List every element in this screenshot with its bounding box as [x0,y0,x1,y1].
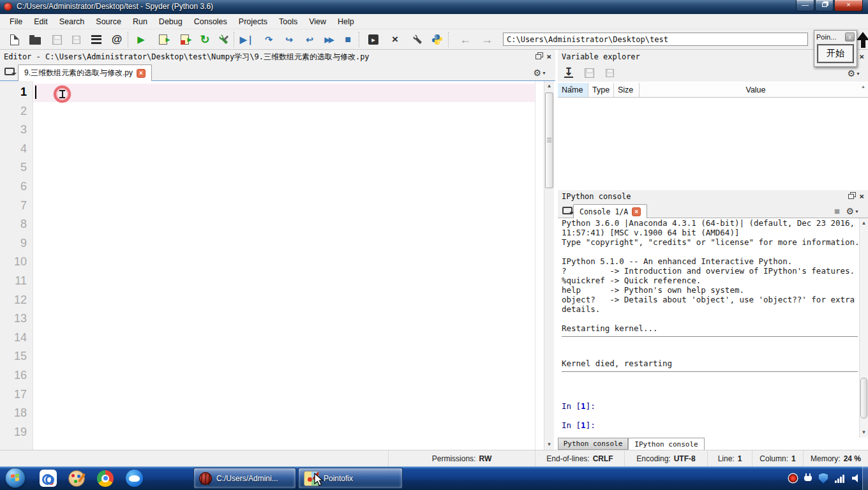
close-pane-icon[interactable]: × [546,54,551,60]
save-data-button[interactable] [581,65,597,80]
tab-python-console[interactable]: Python console [558,438,628,450]
browse-tabs-icon[interactable] [562,207,572,214]
power-tray-icon[interactable] [804,473,812,483]
run-button[interactable]: ▶ [133,32,149,47]
undock-icon[interactable] [535,54,541,59]
console-line: %quickref -> Quick reference. [562,276,859,285]
browse-tabs-icon[interactable] [4,68,15,75]
menu-item[interactable]: Help [332,15,360,28]
back-button[interactable]: ← [457,32,474,47]
volume-icon[interactable] [852,474,862,482]
console-tab[interactable]: Console 1/A × [573,204,647,218]
run-cell-button[interactable] [154,32,171,47]
import-data-button[interactable]: ↧ [560,65,577,80]
variable-table-body[interactable] [558,98,868,189]
menu-item[interactable]: Tools [273,15,303,28]
stop-debug-button[interactable]: ■ [340,32,356,47]
input-prompt: In [1]: [562,401,859,411]
column-header-size[interactable]: Size [614,83,640,97]
continue-icon: ▶▶ [325,36,333,44]
editor-tab[interactable]: 9.三维数组元素的选取与修改.py × [18,64,152,81]
interrupt-kernel-button[interactable]: ■ [834,205,840,216]
menu-item[interactable]: Edit [28,15,54,28]
close-pane-icon[interactable]: × [859,193,864,200]
pointofix-close-button[interactable]: x [845,33,855,41]
editor-options-button[interactable]: ⚙▼ [534,68,547,78]
working-directory-input[interactable] [503,33,808,46]
save-button[interactable] [49,32,65,47]
menu-item[interactable]: Search [54,15,91,28]
taskbar-app-chrome[interactable] [96,469,115,487]
undock-icon[interactable] [848,194,854,199]
continue-button[interactable]: ▶▶ [320,32,337,47]
new-file-button[interactable] [6,32,23,47]
start-button[interactable] [5,468,26,488]
scroll-up-icon[interactable]: ▲ [544,81,554,91]
menu-item[interactable]: Source [90,15,127,28]
console-output[interactable]: Python 3.6.0 |Anaconda 4.3.1 (64-bit)| (… [558,218,859,438]
minimize-button[interactable]: — [796,0,814,11]
step-return-button[interactable]: ↩ [301,32,318,47]
scroll-down-icon[interactable]: ▼ [860,427,868,438]
menu-item[interactable]: File [4,15,28,28]
scroll-down-icon[interactable]: ▼ [544,440,554,450]
debug-button[interactable]: ▶❘ [239,32,255,47]
restore-button[interactable] [815,0,834,11]
editor-tab-close-button[interactable]: × [137,69,146,78]
recording-tray-icon[interactable] [789,474,797,482]
console-tab-close-button[interactable]: × [632,207,641,216]
layout-icon: ▸ [368,34,378,45]
spyder-app-icon [4,3,12,11]
editor-scrollbar[interactable]: ▲ ▼ [544,81,554,450]
console-scrollbar[interactable]: ▲ ▼ [859,218,868,438]
column-header-name[interactable]: Name [558,83,588,97]
python-env-button[interactable] [429,32,445,47]
taskbar-app-paint[interactable] [67,469,86,487]
menu-item[interactable]: Consoles [188,15,233,28]
rerun-button[interactable]: ↻ [197,32,213,47]
layout-button[interactable]: ▸ [365,32,382,47]
menu-item[interactable]: Projects [233,15,273,28]
close-pane-icon[interactable]: × [859,54,864,60]
outline-button[interactable] [88,32,105,47]
column-header-type[interactable]: Type [588,83,614,97]
step-into-button[interactable]: ↪ [281,32,297,47]
menu-item[interactable]: Debug [153,15,188,28]
step-over-button[interactable]: ↷ [260,32,277,47]
pointofix-start-button[interactable]: 开始 [817,44,854,63]
menu-item[interactable]: View [303,15,332,28]
security-shield-icon[interactable] [819,473,828,484]
maximize-pane-button[interactable]: × [387,32,403,47]
save-all-button[interactable] [68,32,84,47]
taskbar-app-browser[interactable] [124,469,144,487]
line-number: 6 [0,177,33,197]
line-number: 13 [0,309,33,329]
table-scroll-up-icon[interactable]: ▲ [861,84,865,89]
line-number: 11 [0,272,33,291]
scroll-up-icon[interactable]: ▲ [860,218,868,228]
open-file-button[interactable] [27,32,43,47]
variable-explorer-options-button[interactable]: ⚙▼ [848,68,861,78]
wrench-icon [412,34,424,45]
column-header-value[interactable]: Value [640,83,868,97]
save-data-as-button[interactable] [601,65,618,80]
pointofix-titlebar[interactable]: Poin... x [814,31,857,43]
show-desktop-button[interactable] [862,466,868,490]
code-area[interactable] [0,81,544,450]
console-options-button[interactable]: ⚙▼ [846,206,860,216]
taskbar-app-1[interactable] [38,469,57,487]
console-scrollbar-thumb[interactable] [860,378,867,419]
editor-scrollbar-thumb[interactable] [545,93,553,188]
taskbar-window-spyder[interactable]: C:/Users/Admini... [193,468,296,489]
run-cell-advance-button[interactable] [176,32,193,47]
menu-item[interactable]: Run [127,15,153,28]
forward-button[interactable]: → [479,32,495,47]
run-config-button[interactable]: @ [108,32,125,47]
network-signal-icon[interactable] [835,474,845,483]
tab-ipython-console[interactable]: IPython console [628,438,705,450]
close-button[interactable]: × [834,0,863,11]
preferences-button[interactable] [410,32,426,47]
configure-button[interactable] [216,32,232,47]
click-highlight [54,85,71,103]
browser-icon [126,470,143,487]
